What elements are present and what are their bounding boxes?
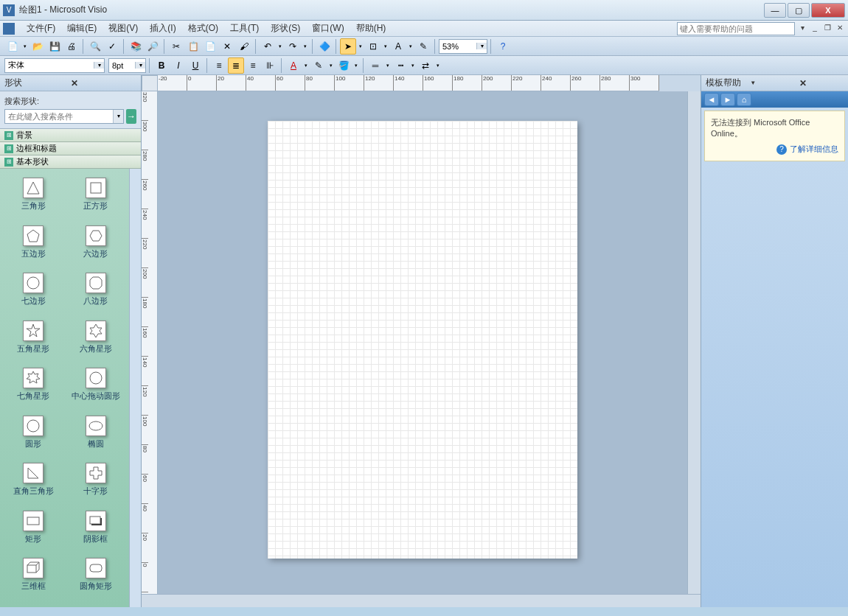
zoom-dropdown[interactable]: ▾ [439, 39, 487, 54]
font-color-button[interactable]: A [285, 57, 302, 74]
shape-pentagon[interactable]: 五边形 [3, 223, 64, 269]
shape-roundrect[interactable]: 圆角矩形 [66, 555, 127, 601]
fill-color-button[interactable]: 🪣 [336, 57, 352, 74]
fontsize-dropdown[interactable]: ▾ [108, 58, 146, 73]
menu-view[interactable]: 视图(V) [102, 21, 144, 36]
shape-box3d[interactable]: 三维框 [3, 555, 64, 601]
canvas-viewport[interactable] [158, 91, 687, 594]
line-color-button[interactable]: ✎ [310, 57, 327, 74]
research-button[interactable]: 📚 [128, 38, 144, 55]
shape-circle[interactable]: 中心拖动圆形 [66, 365, 127, 411]
align-right-button[interactable]: ≡ [245, 57, 261, 74]
drawing-page[interactable] [268, 121, 577, 559]
new-button[interactable]: 📄 [4, 38, 21, 55]
undo-button[interactable]: ↶ [260, 38, 276, 55]
spellcheck-button[interactable]: ✓ [104, 38, 120, 55]
line-weight-dropdown-icon[interactable]: ▾ [384, 57, 392, 74]
shape-star5[interactable]: 五角星形 [3, 318, 64, 364]
redo-dropdown-icon[interactable]: ▾ [302, 38, 309, 55]
font-dropdown[interactable]: ▾ [4, 58, 105, 73]
underline-button[interactable]: U [187, 57, 204, 74]
line-pattern-dropdown-icon[interactable]: ▾ [409, 57, 417, 74]
shape-search-input[interactable] [5, 110, 113, 123]
line-ends-button[interactable]: ⇄ [417, 57, 434, 74]
find-button[interactable]: 🔎 [145, 38, 161, 55]
bold-button[interactable]: B [153, 57, 170, 74]
shape-search-go-button[interactable]: → [126, 109, 136, 124]
shape-star6[interactable]: 六角星形 [66, 318, 127, 364]
menu-tools[interactable]: 工具(T) [224, 21, 265, 36]
ink-tool-button[interactable]: ✎ [415, 38, 431, 55]
delete-button[interactable]: ✕ [219, 38, 235, 55]
connector-dropdown-icon[interactable]: ▾ [382, 38, 389, 55]
shape-cross[interactable]: 十字形 [66, 460, 127, 506]
maximize-button[interactable]: ▢ [788, 3, 810, 18]
shapes-window-button[interactable]: 🔷 [316, 38, 333, 55]
line-pattern-button[interactable]: ┅ [392, 57, 409, 74]
shape-heptagon[interactable]: 七边形 [3, 270, 64, 316]
menu-edit[interactable]: 编辑(E) [61, 21, 102, 36]
help-home-button[interactable]: ⌂ [737, 93, 751, 106]
stencil-background[interactable]: ⊞背景 [0, 129, 141, 142]
connector-tool-button[interactable]: ⊡ [365, 38, 381, 55]
copy-button[interactable]: 📋 [185, 38, 201, 55]
font-color-dropdown-icon[interactable]: ▾ [302, 57, 310, 74]
mdi-minimize-button[interactable]: _ [810, 24, 820, 34]
menu-insert[interactable]: 插入(I) [144, 21, 181, 36]
text-dropdown-icon[interactable]: ▾ [407, 38, 414, 55]
shape-hexagon[interactable]: 六边形 [66, 223, 127, 269]
zoom-input[interactable] [439, 40, 476, 53]
italic-button[interactable]: I [170, 57, 187, 74]
fontsize-input[interactable] [109, 59, 135, 72]
stencil-borders[interactable]: ⊞边框和标题 [0, 142, 141, 155]
help-dropdown-icon[interactable]: ▾ [797, 24, 807, 34]
help-search-input[interactable] [677, 22, 795, 35]
paste-button[interactable]: 📄 [202, 38, 218, 55]
font-input[interactable] [5, 59, 94, 72]
print-button[interactable]: 🖨 [63, 38, 80, 55]
fill-color-dropdown-icon[interactable]: ▾ [352, 57, 360, 74]
shapes-panel-close-icon[interactable]: ✕ [71, 78, 137, 88]
font-dropdown-icon[interactable]: ▾ [94, 62, 104, 69]
shape-octagon[interactable]: 八边形 [66, 270, 127, 316]
vertical-scrollbar[interactable] [687, 91, 701, 594]
shape-search-dropdown-icon[interactable]: ▾ [113, 110, 123, 123]
line-ends-dropdown-icon[interactable]: ▾ [434, 57, 442, 74]
menu-help[interactable]: 帮助(H) [350, 21, 392, 36]
align-justify-button[interactable]: ⊪ [262, 57, 278, 74]
close-button[interactable]: X [811, 3, 845, 18]
mdi-close-button[interactable]: ✕ [835, 24, 845, 34]
help-button[interactable]: ? [495, 38, 511, 55]
save-button[interactable]: 💾 [46, 38, 63, 55]
minimize-button[interactable]: — [764, 3, 786, 18]
stencil-basic-shapes[interactable]: ⊞基本形状 [0, 155, 141, 169]
shapes-scrollbar[interactable] [129, 169, 141, 607]
pointer-dropdown-icon[interactable]: ▾ [357, 38, 364, 55]
horizontal-scrollbar[interactable] [142, 594, 701, 607]
shape-star7[interactable]: 七角星形 [3, 365, 64, 411]
shape-rtriangle[interactable]: 直角三角形 [3, 460, 64, 506]
align-center-button[interactable]: ≣ [228, 57, 244, 74]
new-dropdown-icon[interactable]: ▾ [21, 38, 29, 55]
help-back-button[interactable]: ◄ [704, 93, 719, 106]
help-forward-button[interactable]: ► [720, 93, 735, 106]
pointer-tool-button[interactable]: ➤ [340, 38, 356, 55]
shape-triangle[interactable]: 三角形 [3, 175, 64, 221]
shape-circle[interactable]: 圆形 [3, 413, 64, 459]
shape-ellipse[interactable]: 椭圆 [66, 413, 127, 459]
mdi-restore-button[interactable]: ❐ [822, 24, 833, 34]
format-painter-button[interactable]: 🖌 [236, 38, 252, 55]
menu-window[interactable]: 窗口(W) [306, 21, 350, 36]
line-color-dropdown-icon[interactable]: ▾ [327, 57, 335, 74]
menu-format[interactable]: 格式(O) [182, 21, 224, 36]
align-left-button[interactable]: ≡ [211, 57, 227, 74]
shape-square[interactable]: 正方形 [66, 175, 127, 221]
help-details-link[interactable]: 了解详细信息 [711, 144, 838, 155]
undo-dropdown-icon[interactable]: ▾ [277, 38, 284, 55]
cut-button[interactable]: ✂ [168, 38, 184, 55]
help-pane-menu-icon[interactable]: ▼ [750, 80, 794, 86]
help-pane-close-icon[interactable]: ✕ [799, 78, 844, 88]
menu-shapes[interactable]: 形状(S) [265, 21, 306, 36]
zoom-dropdown-icon[interactable]: ▾ [476, 43, 487, 49]
open-button[interactable]: 📂 [29, 38, 46, 55]
